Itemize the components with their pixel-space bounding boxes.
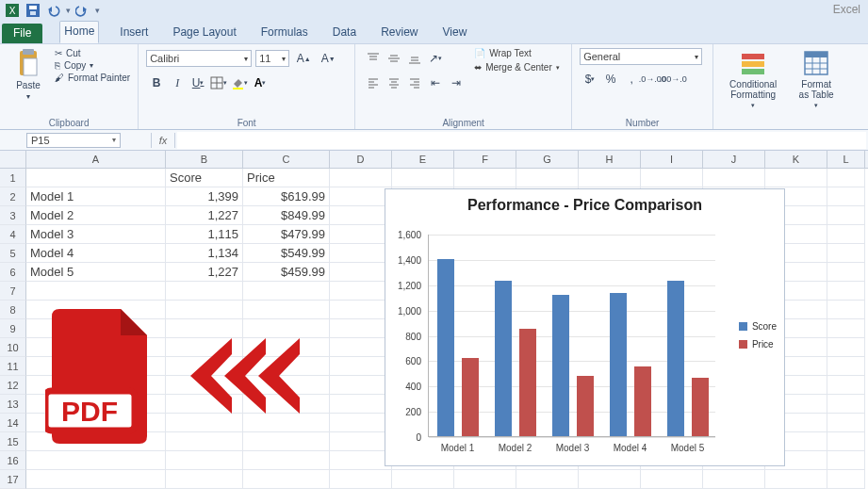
bold-button[interactable]: B <box>146 73 167 93</box>
row-header[interactable]: 6 <box>0 263 26 282</box>
cell[interactable]: 1,134 <box>166 244 243 263</box>
fill-color-button[interactable]: ▾ <box>229 73 250 93</box>
increase-indent-button[interactable]: ⇥ <box>446 73 467 93</box>
cell[interactable]: $459.99 <box>243 263 330 282</box>
percent-button[interactable]: % <box>600 69 621 89</box>
cell[interactable] <box>765 169 827 187</box>
tab-review[interactable]: Review <box>377 23 421 43</box>
cell[interactable]: $549.99 <box>243 244 330 263</box>
cell[interactable] <box>827 376 865 395</box>
orientation-button[interactable]: ↗▾ <box>425 48 446 69</box>
cell[interactable] <box>330 338 392 357</box>
increase-font-button[interactable]: A▲ <box>293 48 314 69</box>
cell[interactable] <box>330 282 392 301</box>
cell[interactable]: 1,227 <box>166 206 243 225</box>
cell[interactable] <box>827 244 865 263</box>
row-header[interactable]: 15 <box>0 432 26 451</box>
cell[interactable] <box>330 432 392 451</box>
row-header[interactable]: 5 <box>0 244 26 263</box>
font-color-button[interactable]: A▾ <box>250 73 270 93</box>
column-header[interactable]: J <box>703 151 765 168</box>
align-left-button[interactable] <box>363 73 384 93</box>
column-header[interactable]: D <box>330 151 392 168</box>
cell[interactable] <box>330 244 392 263</box>
cell[interactable] <box>641 169 703 187</box>
cell[interactable]: Model 4 <box>26 244 166 263</box>
cell[interactable] <box>454 169 516 187</box>
row-header[interactable]: 9 <box>0 319 26 338</box>
column-header[interactable]: C <box>243 151 330 168</box>
borders-button[interactable]: ▾ <box>208 73 229 93</box>
cell[interactable] <box>579 169 641 187</box>
cell[interactable] <box>330 187 392 206</box>
row-header[interactable]: 13 <box>0 395 26 414</box>
cell[interactable]: Model 1 <box>26 187 166 206</box>
cell[interactable] <box>827 395 865 414</box>
cell[interactable] <box>330 225 392 244</box>
cell[interactable] <box>579 470 641 489</box>
column-header[interactable]: L <box>827 151 865 168</box>
cell[interactable] <box>827 338 865 357</box>
cell[interactable]: Price <box>243 169 330 187</box>
tab-file[interactable]: File <box>2 24 42 43</box>
row-header[interactable]: 2 <box>0 187 26 206</box>
underline-button[interactable]: U▾ <box>188 73 208 93</box>
decrease-font-button[interactable]: A▼ <box>318 48 338 69</box>
cell[interactable]: Model 5 <box>26 263 166 282</box>
cell[interactable] <box>827 187 865 206</box>
cell[interactable] <box>827 319 865 338</box>
align-top-button[interactable] <box>363 48 384 69</box>
cell[interactable]: Score <box>166 169 243 187</box>
tab-data[interactable]: Data <box>329 23 360 43</box>
align-center-button[interactable] <box>384 73 404 93</box>
cell[interactable] <box>330 357 392 376</box>
cell[interactable] <box>243 282 330 301</box>
cell[interactable] <box>330 319 392 338</box>
formula-input[interactable] <box>177 132 866 149</box>
align-right-button[interactable] <box>404 73 425 93</box>
tab-page-layout[interactable]: Page Layout <box>169 23 239 43</box>
row-header[interactable]: 1 <box>0 169 26 187</box>
cell[interactable] <box>827 470 865 489</box>
column-header[interactable]: B <box>166 151 243 168</box>
cell[interactable] <box>454 470 516 489</box>
column-header[interactable]: G <box>516 151 579 168</box>
column-header[interactable]: I <box>641 151 703 168</box>
column-header[interactable]: A <box>26 151 166 168</box>
row-header[interactable]: 16 <box>0 451 26 470</box>
cell[interactable] <box>392 169 454 187</box>
cell[interactable] <box>26 451 166 470</box>
wrap-text-button[interactable]: 📄 Wrap Text <box>474 48 560 58</box>
number-format-select[interactable]: General ▾ <box>580 48 702 65</box>
decrease-indent-button[interactable]: ⇤ <box>425 73 446 93</box>
cell[interactable] <box>166 451 243 470</box>
conditional-formatting-button[interactable]: Conditional Formatting ▾ <box>721 48 785 109</box>
cell[interactable]: Model 2 <box>26 206 166 225</box>
cell[interactable] <box>392 470 454 489</box>
column-header[interactable]: H <box>579 151 641 168</box>
tab-formulas[interactable]: Formulas <box>257 23 312 43</box>
select-all-corner[interactable] <box>0 151 26 168</box>
cell[interactable] <box>243 470 330 489</box>
merge-center-button[interactable]: ⬌ Merge & Center ▾ <box>474 62 560 73</box>
undo-dropdown[interactable]: ▾ <box>66 6 71 15</box>
cell[interactable]: $479.99 <box>243 225 330 244</box>
cell[interactable] <box>827 169 865 187</box>
row-header[interactable]: 11 <box>0 357 26 376</box>
align-middle-button[interactable] <box>384 48 404 69</box>
cell[interactable]: 1,227 <box>166 263 243 282</box>
cell[interactable]: Model 3 <box>26 225 166 244</box>
embedded-chart[interactable]: Performance - Price Comparison 020040060… <box>385 188 785 466</box>
cell[interactable] <box>827 357 865 376</box>
font-family-select[interactable]: Calibri ▾ <box>146 50 252 67</box>
cell[interactable] <box>641 470 703 489</box>
row-header[interactable]: 3 <box>0 206 26 225</box>
copy-button[interactable]: ⎘ Copy ▾ <box>55 60 130 71</box>
cell[interactable] <box>827 451 865 470</box>
column-header[interactable]: E <box>392 151 454 168</box>
cell[interactable] <box>827 282 865 301</box>
cell[interactable] <box>330 395 392 414</box>
fx-icon[interactable]: fx <box>151 133 175 148</box>
cell[interactable] <box>26 282 166 301</box>
cell[interactable] <box>243 451 330 470</box>
